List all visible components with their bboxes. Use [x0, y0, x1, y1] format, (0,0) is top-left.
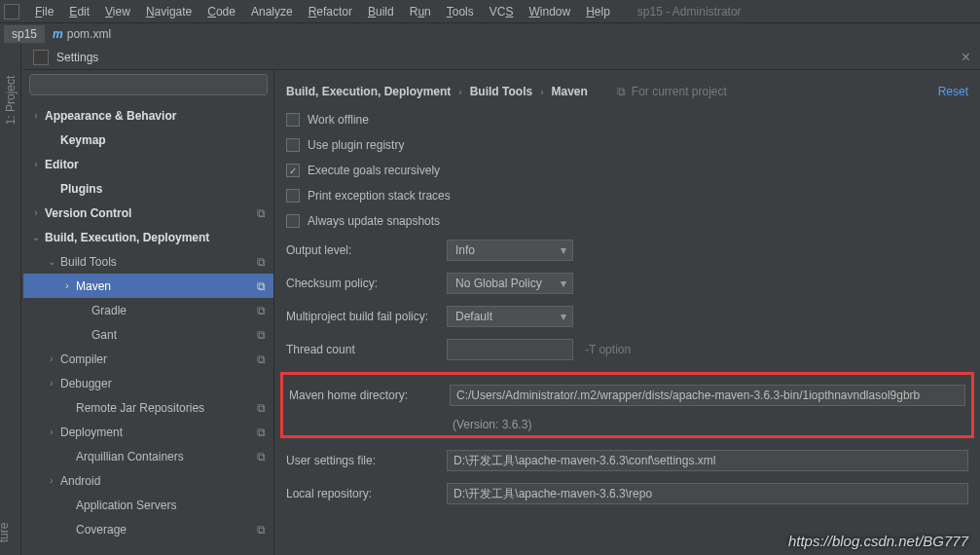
tree-label: Compiler — [58, 352, 257, 366]
project-badge-icon: ⧉ — [257, 279, 268, 293]
menu-run[interactable]: Run — [402, 3, 439, 20]
tree-label: Build Tools — [58, 255, 257, 269]
tree-item-version-control[interactable]: ›Version Control⧉ — [23, 201, 273, 225]
tree-arrow-icon: ⌄ — [29, 232, 43, 242]
project-badge-icon: ⧉ — [257, 523, 268, 536]
menu-analyze[interactable]: Analyze — [243, 3, 301, 20]
tree-item-editor[interactable]: ›Editor — [23, 152, 273, 176]
menubar: FileEditViewNavigateCodeAnalyzeRefactorB… — [0, 0, 980, 23]
tree-arrow-icon: › — [45, 475, 58, 486]
breadcrumb: Maven — [551, 85, 587, 98]
breadcrumb: Build Tools — [470, 85, 532, 98]
tree-label: Gradle — [90, 304, 257, 317]
menu-file[interactable]: File — [27, 3, 61, 20]
thread-count-label: Thread count — [286, 343, 447, 356]
project-badge-icon: ⧉ — [257, 328, 268, 342]
thread-count-input[interactable] — [447, 339, 573, 360]
output-level-select[interactable]: Info — [447, 240, 573, 261]
tree-arrow-icon: › — [29, 159, 43, 169]
tree-item-keymap[interactable]: Keymap — [23, 128, 273, 152]
checksum-policy-label: Checksum policy: — [286, 277, 447, 290]
tree-item-appearance-behavior[interactable]: ›Appearance & Behavior — [23, 103, 273, 128]
tree-arrow-icon: › — [29, 110, 43, 121]
editor-tabs: sp15 m pom.xml — [0, 23, 980, 45]
tree-item-gant[interactable]: Gant⧉ — [23, 322, 273, 347]
tree-item-coverage[interactable]: Coverage⧉ — [23, 517, 273, 541]
dialog-header: Settings × — [23, 45, 980, 70]
app-logo-icon — [33, 50, 49, 65]
tree-label: Arquillian Containers — [74, 450, 257, 463]
menu-code[interactable]: Code — [200, 3, 243, 20]
menu-refactor[interactable]: Refactor — [301, 3, 360, 20]
tree-item-build-tools[interactable]: ⌄Build Tools⧉ — [23, 249, 273, 274]
local-repo-input[interactable] — [447, 483, 968, 504]
maven-home-input[interactable] — [450, 385, 965, 406]
for-project-label: ⧉For current project — [617, 85, 727, 98]
project-badge-icon: ⧉ — [257, 401, 268, 415]
tree-label: Remote Jar Repositories — [74, 401, 257, 415]
chevron-right-icon: › — [458, 87, 461, 97]
tree-arrow-icon: › — [29, 207, 43, 218]
work-offline-checkbox[interactable]: Work offline — [286, 107, 968, 132]
watermark: https://blog.csdn.net/BG777 — [788, 533, 968, 549]
chevron-right-icon: › — [540, 87, 543, 97]
menu-vcs[interactable]: VCS — [482, 3, 522, 20]
tree-item-gradle[interactable]: Gradle⧉ — [23, 298, 273, 322]
tree-item-build-execution-deployment[interactable]: ⌄Build, Execution, Deployment — [23, 225, 273, 249]
always-update-checkbox[interactable]: Always update snapshots — [286, 208, 968, 234]
window-title: sp15 - Administrator — [637, 5, 742, 18]
highlight-box: Maven home directory: (Version: 3.6.3) — [280, 372, 974, 438]
tab-file-label: pom.xml — [67, 27, 111, 41]
tree-label: Plugins — [58, 182, 266, 196]
tree-label: Build, Execution, Deployment — [43, 231, 266, 244]
checksum-policy-select[interactable]: No Global Policy — [447, 273, 573, 294]
menu-navigate[interactable]: Navigate — [138, 3, 200, 20]
project-badge-icon: ⧉ — [257, 304, 268, 317]
tree-item-compiler[interactable]: ›Compiler⧉ — [23, 347, 273, 371]
multiproject-select[interactable]: Default — [447, 306, 573, 327]
settings-dialog: Settings × Q ›Appearance & BehaviorKeyma… — [23, 45, 980, 555]
tree-item-arquillian-containers[interactable]: Arquillian Containers⧉ — [23, 444, 273, 468]
search-input[interactable] — [29, 74, 268, 95]
tab-project[interactable]: sp15 — [4, 25, 45, 43]
project-badge-icon: ⧉ — [257, 450, 268, 463]
menu-build[interactable]: Build — [360, 3, 402, 20]
menu-view[interactable]: View — [97, 3, 138, 20]
tool-window-bar: 1: Project ture — [0, 45, 21, 555]
menu-window[interactable]: Window — [521, 3, 578, 20]
menu-help[interactable]: Help — [578, 3, 618, 20]
execute-goals-checkbox[interactable]: Execute goals recursively — [286, 158, 968, 183]
project-badge-icon: ⧉ — [257, 255, 268, 269]
app-logo-icon — [4, 4, 19, 19]
tree-arrow-icon: › — [45, 378, 58, 388]
print-exception-checkbox[interactable]: Print exception stack traces — [286, 183, 968, 208]
user-settings-input[interactable] — [447, 450, 968, 471]
tree-item-plugins[interactable]: Plugins — [23, 176, 273, 201]
structure-tool-button[interactable]: ture — [0, 523, 11, 543]
user-settings-label: User settings file: — [286, 454, 447, 467]
maven-version: (Version: 3.6.3) — [453, 418, 965, 431]
project-badge-icon: ⧉ — [257, 352, 268, 366]
close-icon[interactable]: × — [962, 49, 970, 66]
tree-label: Coverage — [74, 523, 257, 536]
use-plugin-registry-checkbox[interactable]: Use plugin registry — [286, 132, 968, 158]
tree-item-maven[interactable]: ›Maven⧉ — [23, 274, 273, 298]
thread-hint: -T option — [585, 343, 631, 356]
tab-file[interactable]: m pom.xml — [45, 25, 119, 43]
tree-label: Application Servers — [74, 499, 266, 512]
menu-edit[interactable]: Edit — [61, 3, 97, 20]
tree-item-debugger[interactable]: ›Debugger — [23, 371, 273, 395]
project-tool-button[interactable]: 1: Project — [4, 76, 18, 126]
settings-tree-panel: Q ›Appearance & BehaviorKeymap›EditorPlu… — [23, 70, 274, 555]
maven-file-icon: m — [53, 27, 63, 41]
tree-item-android[interactable]: ›Android — [23, 468, 273, 493]
tree-item-deployment[interactable]: ›Deployment⧉ — [23, 420, 273, 444]
tree-item-application-servers[interactable]: Application Servers — [23, 493, 273, 517]
breadcrumb: Build, Execution, Deployment — [286, 85, 451, 98]
tree-item-remote-jar-repositories[interactable]: Remote Jar Repositories⧉ — [23, 395, 273, 420]
tree-label: Maven — [74, 279, 257, 293]
menu-tools[interactable]: Tools — [439, 3, 482, 20]
reset-link[interactable]: Reset — [938, 85, 968, 98]
tree-arrow-icon: ⌄ — [45, 256, 58, 267]
settings-tree: ›Appearance & BehaviorKeymap›EditorPlugi… — [23, 99, 273, 555]
